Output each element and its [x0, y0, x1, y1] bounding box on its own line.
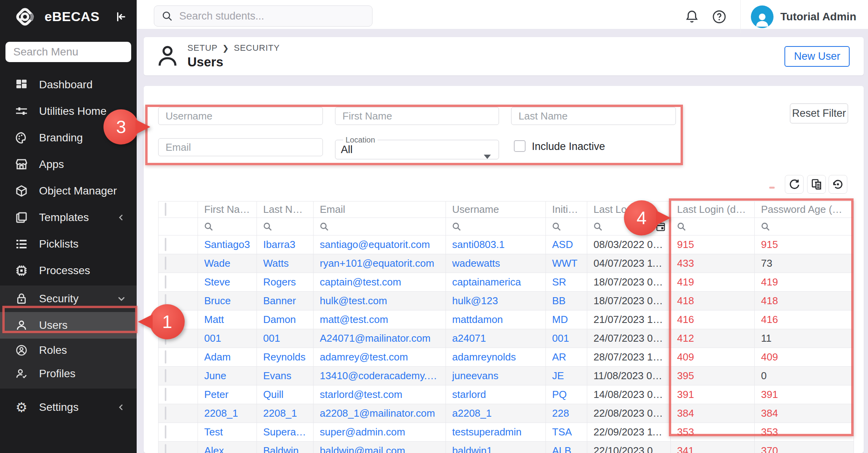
cell-last_name[interactable]: Baldwin: [257, 442, 314, 453]
user-name[interactable]: Tutorial Admin: [781, 11, 856, 23]
cell-username[interactable]: baldwin1: [446, 442, 546, 453]
cell-first_name[interactable]: Alex: [198, 442, 257, 453]
student-search-input[interactable]: [179, 10, 359, 22]
cell-first_name[interactable]: June: [198, 367, 257, 385]
cell-last_name[interactable]: Reynolds: [257, 348, 314, 367]
column-header-username[interactable]: Username: [446, 202, 546, 218]
cell-last_name[interactable]: Evans: [257, 367, 314, 385]
help-icon[interactable]: [709, 7, 729, 27]
cell-email[interactable]: baldwin@mail.com: [314, 442, 446, 453]
cell-last_name[interactable]: Ibarra3: [257, 235, 314, 254]
reset-filter-button[interactable]: Reset Filter: [790, 103, 848, 123]
cell-email[interactable]: hulk@test.com: [314, 292, 446, 310]
cell-email[interactable]: matt@test.com: [314, 310, 446, 329]
column-header-initials[interactable]: Initials: [546, 202, 587, 218]
cell-initials[interactable]: 228: [546, 404, 587, 423]
column-filter-last_name[interactable]: [257, 218, 314, 235]
cell-last_name[interactable]: 2208_1: [257, 404, 314, 423]
new-user-button[interactable]: New User: [784, 46, 850, 67]
history-icon[interactable]: [829, 175, 847, 194]
sidebar-item-settings[interactable]: ⚙ Settings: [0, 394, 137, 421]
sidebar-item-utilities-home[interactable]: Utilities Home: [0, 98, 137, 125]
cell-username[interactable]: starlord: [446, 385, 546, 404]
cell-initials[interactable]: WWT: [546, 254, 587, 273]
cell-username[interactable]: a2208_1: [446, 404, 546, 423]
cell-username[interactable]: juneevans: [446, 367, 546, 385]
sidebar-item-dashboard[interactable]: Dashboard: [0, 71, 137, 98]
cell-username[interactable]: testsuperadmin: [446, 423, 546, 442]
cell-email[interactable]: adamrey@test.com: [314, 348, 446, 367]
cell-last_name[interactable]: 001: [257, 329, 314, 348]
sidebar-item-roles[interactable]: Roles: [0, 339, 137, 362]
column-filter-username[interactable]: [446, 218, 546, 235]
row-checkbox[interactable]: [165, 313, 166, 326]
cell-email[interactable]: A24071@mailinator.com: [314, 329, 446, 348]
cell-first_name[interactable]: Bruce: [198, 292, 257, 310]
sidebar-item-branding[interactable]: Branding: [0, 125, 137, 151]
row-checkbox[interactable]: [165, 275, 166, 289]
column-filter-initials[interactable]: [546, 218, 587, 235]
cell-initials[interactable]: AR: [546, 348, 587, 367]
column-filter-last_login_days[interactable]: [671, 218, 755, 235]
cell-first_name[interactable]: 001: [198, 329, 257, 348]
cell-email[interactable]: super@admin.com: [314, 423, 446, 442]
cell-email[interactable]: santiago@equatorit.com: [314, 235, 446, 254]
cell-first_name[interactable]: 2208_1: [198, 404, 257, 423]
row-checkbox[interactable]: [165, 332, 166, 345]
cell-last_name[interactable]: Banner: [257, 292, 314, 310]
sidebar-item-security[interactable]: Security: [0, 285, 137, 312]
avatar[interactable]: [751, 5, 774, 28]
row-checkbox[interactable]: [165, 444, 166, 453]
row-checkbox[interactable]: [165, 294, 166, 307]
cell-email[interactable]: a2208_1@mailinator.com: [314, 404, 446, 423]
sidebar-item-object-manager[interactable]: Object Manager: [0, 178, 137, 204]
sidebar-item-picklists[interactable]: Picklists: [0, 231, 137, 257]
cell-last_name[interactable]: Damon: [257, 310, 314, 329]
cell-last_name[interactable]: Quill: [257, 385, 314, 404]
cell-first_name[interactable]: Santiago3: [198, 235, 257, 254]
breadcrumb-setup[interactable]: SETUP: [187, 43, 217, 53]
cell-email[interactable]: starlord@test.com: [314, 385, 446, 404]
cell-last_name[interactable]: Superadmin: [257, 423, 314, 442]
cell-first_name[interactable]: Steve: [198, 273, 257, 292]
cell-email[interactable]: 13410@coderacademy.edu.au: [314, 367, 446, 385]
column-header-email[interactable]: Email: [314, 202, 446, 218]
row-checkbox[interactable]: [165, 369, 166, 382]
row-checkbox[interactable]: [165, 425, 166, 439]
column-header-password_age_days[interactable]: Password Age (days): [755, 202, 854, 218]
cell-initials[interactable]: JE: [546, 367, 587, 385]
filter-email-input[interactable]: [158, 138, 323, 156]
column-filter-email[interactable]: [314, 218, 446, 235]
row-checkbox[interactable]: [165, 238, 166, 251]
cell-first_name[interactable]: Matt: [198, 310, 257, 329]
cell-last_name[interactable]: Rogers: [257, 273, 314, 292]
cell-initials[interactable]: PQ: [546, 385, 587, 404]
sidebar-search-input[interactable]: [5, 42, 131, 62]
filter-username-input[interactable]: [158, 107, 323, 125]
cell-username[interactable]: hulk@123: [446, 292, 546, 310]
cell-initials[interactable]: SR: [546, 273, 587, 292]
cell-username[interactable]: adamreynolds: [446, 348, 546, 367]
breadcrumb-security[interactable]: SECURITY: [234, 43, 280, 53]
column-header-last_login_days[interactable]: Last Login (days)↓: [671, 202, 755, 218]
filter-last-name-input[interactable]: [511, 107, 676, 125]
cell-initials[interactable]: TSA: [546, 423, 587, 442]
sidebar-item-profiles[interactable]: Profiles: [0, 362, 137, 385]
cell-username[interactable]: a24071: [446, 329, 546, 348]
row-checkbox[interactable]: [165, 257, 166, 270]
sidebar-item-apps[interactable]: Apps: [0, 151, 137, 178]
cell-last_name[interactable]: Watts: [257, 254, 314, 273]
include-inactive-checkbox[interactable]: [514, 140, 526, 152]
cell-username[interactable]: wadewatts: [446, 254, 546, 273]
cell-username[interactable]: mattdamon: [446, 310, 546, 329]
refresh-icon[interactable]: [785, 175, 804, 194]
cell-first_name[interactable]: Peter: [198, 385, 257, 404]
select-all-header[interactable]: [159, 202, 198, 218]
cell-first_name[interactable]: Wade: [198, 254, 257, 273]
column-filter-first_name[interactable]: [198, 218, 257, 235]
cell-initials[interactable]: BB: [546, 292, 587, 310]
row-checkbox[interactable]: [165, 350, 166, 364]
row-checkbox[interactable]: [165, 388, 166, 401]
notifications-bell-icon[interactable]: [682, 7, 702, 27]
sidebar-collapse-icon[interactable]: [113, 9, 129, 25]
